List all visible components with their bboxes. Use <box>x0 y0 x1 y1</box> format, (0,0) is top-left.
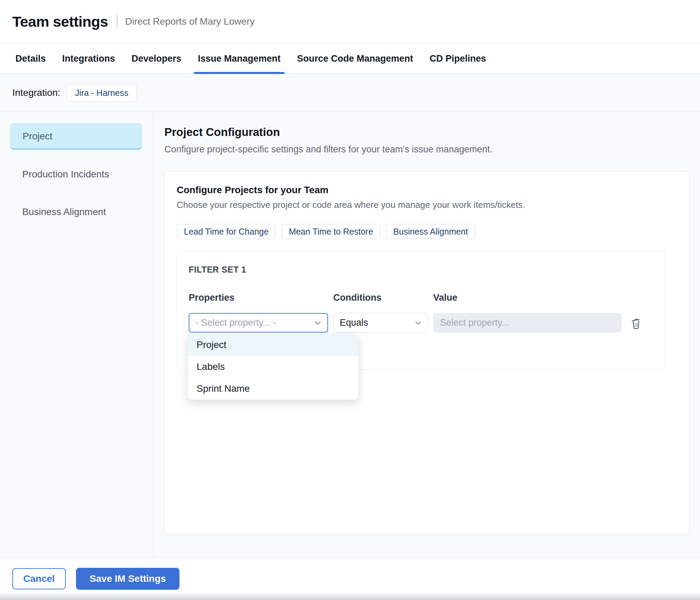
settings-sidebar: Project Production Incidents Business Al… <box>0 112 153 557</box>
property-options-dropdown: Project Labels Sprint Name <box>188 334 358 400</box>
integration-chip[interactable]: Jira - Harness <box>66 84 137 102</box>
property-select[interactable]: - Select property... - <box>189 313 328 333</box>
chip-mean-time-to-restore[interactable]: Mean Time to Restore <box>282 224 380 239</box>
tab-issue-management[interactable]: Issue Management <box>194 43 285 74</box>
tab-source-code-management[interactable]: Source Code Management <box>293 43 417 74</box>
tab-cd-pipelines[interactable]: CD Pipelines <box>425 43 490 74</box>
card-description: Choose your respective project or code a… <box>177 200 677 210</box>
dropdown-option-project[interactable]: Project <box>188 334 358 356</box>
trash-icon <box>628 315 643 330</box>
integration-label: Integration: <box>12 87 60 98</box>
footer-action-bar: Cancel Save IM Settings <box>0 557 700 600</box>
configure-projects-card: Configure Projects for your Team Choose … <box>164 171 689 535</box>
page-title: Team settings <box>12 13 108 30</box>
property-select-placeholder: - Select property... - <box>196 317 276 328</box>
sidebar-item-production-incidents[interactable]: Production Incidents <box>10 161 142 187</box>
dropdown-option-sprint-name[interactable]: Sprint Name <box>188 378 358 400</box>
conditions-column-label: Conditions <box>333 292 428 303</box>
chip-lead-time-for-change[interactable]: Lead Time for Change <box>177 224 276 239</box>
chevron-down-icon <box>414 319 422 327</box>
content-area: Project Production Incidents Business Al… <box>0 112 700 557</box>
filter-set-title: FILTER SET 1 <box>189 265 665 275</box>
metric-chip-row: Lead Time for Change Mean Time to Restor… <box>177 224 677 239</box>
tab-bar: Details Integrations Developers Issue Ma… <box>0 43 700 74</box>
section-title: Project Configuration <box>164 126 689 139</box>
filter-set-1: FILTER SET 1 Properties Conditions Value… <box>177 251 665 370</box>
dropdown-option-labels[interactable]: Labels <box>188 356 358 378</box>
cancel-button[interactable]: Cancel <box>12 568 66 589</box>
integration-bar: Integration: Jira - Harness <box>0 74 700 112</box>
filter-fields-row: - Select property... - Equals <box>189 313 665 333</box>
bottom-fade <box>0 592 700 600</box>
title-divider <box>117 14 117 29</box>
tab-details[interactable]: Details <box>11 43 50 74</box>
page-subtitle: Direct Reports of Mary Lowery <box>125 16 254 27</box>
filter-column-labels: Properties Conditions Value <box>189 292 665 303</box>
tab-developers[interactable]: Developers <box>127 43 186 74</box>
chevron-down-icon <box>314 319 322 327</box>
value-column-label: Value <box>433 292 622 303</box>
page-header: Team settings Direct Reports of Mary Low… <box>0 0 700 43</box>
condition-select-value: Equals <box>340 317 368 328</box>
sidebar-item-business-alignment[interactable]: Business Alignment <box>10 199 142 225</box>
app-window: Team settings Direct Reports of Mary Low… <box>0 0 700 600</box>
section-description: Configure project-specific settings and … <box>164 144 689 155</box>
save-im-settings-button[interactable]: Save IM Settings <box>76 568 180 590</box>
main-panel: Project Configuration Configure project-… <box>153 112 700 557</box>
properties-column-label: Properties <box>189 292 328 303</box>
value-input[interactable] <box>433 313 622 333</box>
card-title: Configure Projects for your Team <box>177 185 677 196</box>
delete-filter-button[interactable] <box>627 314 645 332</box>
sidebar-item-project[interactable]: Project <box>10 123 142 150</box>
chip-business-alignment[interactable]: Business Alignment <box>386 224 475 239</box>
condition-select[interactable]: Equals <box>333 313 428 333</box>
tab-integrations[interactable]: Integrations <box>58 43 120 74</box>
